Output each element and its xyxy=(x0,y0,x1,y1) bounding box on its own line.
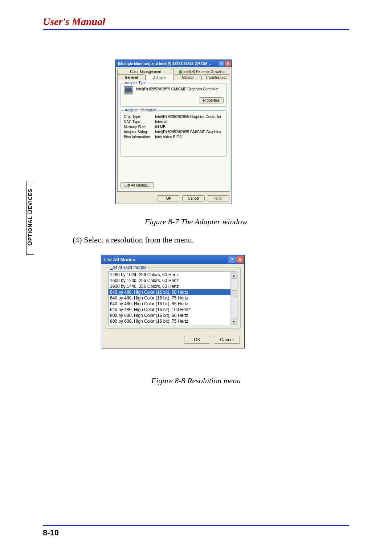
window-title: (Multiple Monitors) and Intel(R) 82852/8… xyxy=(118,62,218,66)
properties-button[interactable]: Properties xyxy=(199,97,224,103)
tab-intel-extreme-graphics[interactable]: Intel(R) Extreme Graphics xyxy=(174,69,230,74)
info-row: Memory Size:64 MB xyxy=(124,125,224,129)
figure-caption-2: Figure 8-8 Resolution menu xyxy=(0,376,392,385)
intel-icon xyxy=(179,70,182,74)
adapter-properties-dialog: (Multiple Monitors) and Intel(R) 82852/8… xyxy=(115,60,232,204)
info-value: 64 MB xyxy=(155,125,224,129)
ok-button[interactable]: OK xyxy=(184,336,210,344)
window-title: List All Modes xyxy=(103,257,228,262)
valid-modes-group: List of valid modes 1280 by 1024, 256 Co… xyxy=(105,268,241,328)
info-label: Chip Type: xyxy=(124,115,155,119)
list-all-modes-dialog: List All Modes ? ✕ List of valid modes 1… xyxy=(101,255,245,348)
tab-label: Troubleshoot xyxy=(205,76,226,79)
list-item[interactable]: 1920 by 1440, 256 Colors, 60 Hertz xyxy=(109,283,230,289)
cancel-button[interactable]: Cancel xyxy=(182,195,205,201)
page-footer: 8-10 xyxy=(43,525,349,538)
help-button[interactable]: ? xyxy=(219,61,224,66)
dialog-buttons: OK Cancel Apply xyxy=(116,193,232,204)
adapter-info-group: Adapter Information Chip Type:Intel(R) 8… xyxy=(121,110,227,157)
list-item[interactable]: 640 by 480, High Color (16 bit), 100 Her… xyxy=(109,307,230,313)
close-button[interactable]: ✕ xyxy=(225,61,231,66)
list-item[interactable]: 1600 by 1200, 256 Colors, 60 Hertz xyxy=(109,278,230,283)
tab-label: Intel(R) Extreme Graphics xyxy=(183,70,225,74)
titlebar[interactable]: List All Modes ? ✕ xyxy=(101,255,244,264)
tab-content: Adapter Type Intel(R) 82852/82855 GM/GME… xyxy=(117,80,230,192)
info-row: Bios Information:Intel Video BIOS xyxy=(124,135,224,139)
scroll-track[interactable] xyxy=(231,279,237,318)
help-button[interactable]: ? xyxy=(228,256,236,263)
list-item[interactable]: 800 by 600, High Color (16 bit), 60 Hert… xyxy=(109,313,230,318)
list-item[interactable]: 640 by 480, High Color (16 bit), 85 Hert… xyxy=(109,301,230,307)
page-number: 8-10 xyxy=(43,528,59,537)
step-text: (4) Select a resolution from the menu. xyxy=(73,235,194,245)
cancel-button[interactable]: Cancel xyxy=(214,336,240,344)
list-item[interactable]: 640 by 480, High Color (16 bit), 60 Hert… xyxy=(109,289,230,295)
info-value: Intel(R) 82852/82855 Graphics Controller xyxy=(155,115,224,119)
modes-listbox[interactable]: 1280 by 1024, 256 Colors, 60 Hertz 1600 … xyxy=(108,272,237,325)
scroll-down-button[interactable]: ▾ xyxy=(231,318,237,325)
info-row: Adapter String:Intel(R) 82852/82855 GM/G… xyxy=(124,130,224,134)
scroll-thumb[interactable] xyxy=(231,290,237,297)
list-item[interactable]: 640 by 480, High Color (16 bit), 75 Hert… xyxy=(109,295,230,301)
adapter-type-legend: Adapter Type xyxy=(124,81,147,85)
scrollbar[interactable]: ▴ ▾ xyxy=(230,272,237,325)
tab-monitor[interactable]: Monitor xyxy=(174,74,202,80)
tab-troubleshoot[interactable]: Troubleshoot xyxy=(202,74,230,80)
info-row: DAC Type:Internal xyxy=(124,120,224,124)
valid-modes-legend: List of valid modes xyxy=(109,265,148,270)
tab-adapter[interactable]: Adapter xyxy=(146,75,174,81)
tab-label: Adapter xyxy=(153,76,166,80)
tab-label: Monitor xyxy=(182,76,194,79)
list-item[interactable]: 800 by 600, High Color (16 bit), 75 Hert… xyxy=(109,318,230,324)
adapter-info-legend: Adapter Information xyxy=(124,108,158,112)
info-value: Intel Video BIOS xyxy=(155,135,224,139)
dialog-buttons: OK Cancel xyxy=(101,332,244,348)
tab-label: Color Management xyxy=(130,70,161,74)
info-label: Memory Size: xyxy=(124,125,155,129)
list-item[interactable]: 1280 by 1024, 256 Colors, 60 Hertz xyxy=(109,272,230,278)
figure-caption-1: Figure 8-7 The Adapter window xyxy=(0,217,392,227)
info-label: Bios Information: xyxy=(124,135,155,139)
tab-strip: Color Management Intel(R) Extreme Graphi… xyxy=(116,67,232,80)
apply-button: Apply xyxy=(207,195,229,201)
header-title: User's Manual xyxy=(43,16,349,30)
tab-label: General xyxy=(125,76,138,79)
list-all-modes-button[interactable]: List All Modes... xyxy=(121,182,154,188)
tab-general[interactable]: General xyxy=(117,74,146,80)
info-value: Intel(R) 82852/82855 GM/GME Graphics xyxy=(155,130,224,134)
page-header: User's Manual xyxy=(43,16,349,30)
info-row: Chip Type:Intel(R) 82852/82855 Graphics … xyxy=(124,115,224,119)
tab-color-management[interactable]: Color Management xyxy=(117,69,174,74)
list-items: 1280 by 1024, 256 Colors, 60 Hertz 1600 … xyxy=(109,272,230,325)
adapter-icon xyxy=(124,86,133,94)
titlebar[interactable]: (Multiple Monitors) and Intel(R) 82852/8… xyxy=(116,60,232,67)
close-button[interactable]: ✕ xyxy=(236,256,244,263)
adapter-type-group: Adapter Type Intel(R) 82852/82855 GM/GME… xyxy=(121,83,227,107)
info-label: Adapter String: xyxy=(124,130,155,134)
adapter-type-value: Intel(R) 82852/82855 GM/GME Graphics Con… xyxy=(136,86,224,91)
ok-button[interactable]: OK xyxy=(158,195,180,201)
scroll-up-button[interactable]: ▴ xyxy=(231,272,237,279)
info-label: DAC Type: xyxy=(124,120,155,124)
info-value: Internal xyxy=(155,120,224,124)
